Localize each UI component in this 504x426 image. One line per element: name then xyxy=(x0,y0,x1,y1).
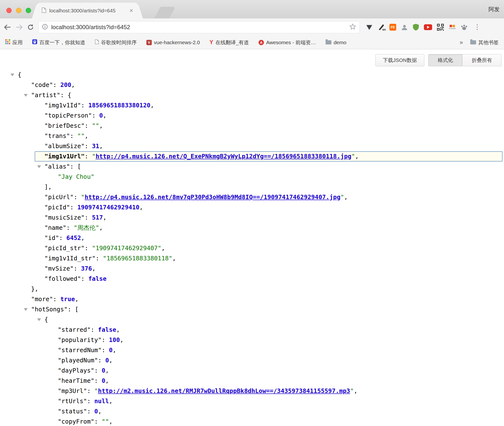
bookmark-demo-folder[interactable]: demo xyxy=(326,40,346,45)
json-token: 100 xyxy=(109,336,120,343)
json-line: "copyFrom": "", xyxy=(0,417,504,426)
json-url-link[interactable]: http://p4.music.126.net/Q_ExePNkmgB2yWyL… xyxy=(96,153,352,160)
json-token: : xyxy=(85,153,92,160)
json-viewer-toolbar: 下载JSON数据 格式化 折叠所有 xyxy=(0,49,504,66)
collapse-toggle-icon[interactable] xyxy=(37,165,41,168)
json-token: "alias" xyxy=(44,163,70,170)
json-token: "rtUrls" xyxy=(58,398,87,405)
json-token: "id" xyxy=(44,234,59,241)
json-token: , xyxy=(355,153,359,160)
json-token: : xyxy=(102,347,109,354)
json-line: "followed": false xyxy=(0,274,504,284)
json-token: , xyxy=(116,326,120,333)
bookmark-google-sort[interactable]: 谷歌按时间排序 xyxy=(95,39,137,46)
json-token: , xyxy=(120,336,124,343)
json-token: , xyxy=(172,255,176,262)
json-token: ], xyxy=(44,183,52,190)
translate-pen-extension-icon[interactable]: en xyxy=(378,24,385,31)
json-token: "starred" xyxy=(58,326,91,333)
window-zoom-button[interactable] xyxy=(26,8,31,13)
player-extension-icon[interactable]: PLAYER xyxy=(449,25,456,29)
json-token: : xyxy=(85,245,92,252)
json-line: "mvSize": 376, xyxy=(0,264,504,274)
forward-button[interactable] xyxy=(16,24,23,30)
window-close-button[interactable] xyxy=(6,8,12,13)
reload-button[interactable] xyxy=(27,24,34,31)
shield-extension-icon[interactable] xyxy=(413,24,419,31)
folder-icon xyxy=(326,40,331,44)
json-token: 0 xyxy=(94,408,98,415)
tab-title: localhost:3000/artists?id=645 xyxy=(49,8,116,14)
new-tab-button[interactable] xyxy=(154,7,176,18)
bookmark-youdao-translate[interactable]: Y 在线翻译_有道 xyxy=(210,39,249,46)
collapse-toggle-icon[interactable] xyxy=(24,308,28,311)
format-button[interactable]: 格式化 xyxy=(428,54,462,66)
json-line: "hotSongs": [ xyxy=(0,304,504,315)
address-toolbar: en FE PLAYER ⋮ xyxy=(0,18,504,36)
qr-code-extension-icon[interactable] xyxy=(437,24,444,31)
other-bookmarks-folder[interactable]: 其他书签 xyxy=(470,39,499,46)
json-token: 0 xyxy=(102,367,105,374)
json-token: : xyxy=(94,377,102,384)
json-line: "img1v1Id": 18569651883380120, xyxy=(0,100,504,111)
json-token: , xyxy=(75,296,79,303)
dark-triangle-extension-icon[interactable] xyxy=(366,24,373,31)
collapse-all-button[interactable]: 折叠所有 xyxy=(462,54,502,66)
tab-close-button[interactable]: × xyxy=(129,8,133,14)
download-json-button[interactable]: 下载JSON数据 xyxy=(375,54,424,66)
json-token: , xyxy=(81,234,85,241)
json-line: }, xyxy=(0,284,504,294)
json-line: "playedNum": 0, xyxy=(0,355,504,366)
json-token: : xyxy=(59,234,66,241)
bookmark-baidu[interactable]: 百度一下，你就知道 xyxy=(32,39,85,46)
json-line: { xyxy=(0,70,504,80)
bookmark-vue-hackernews[interactable]: V vue-hackernews-2.0 xyxy=(146,40,200,45)
json-token: , xyxy=(139,204,143,211)
json-url-link[interactable]: http://m2.music.126.net/RMJR7wDullRqppBk… xyxy=(98,387,350,394)
paw-extension-icon[interactable] xyxy=(461,24,468,30)
json-token: "picId_str" xyxy=(44,245,85,252)
json-token: : xyxy=(85,214,92,221)
json-token: "copyFrom" xyxy=(58,418,94,425)
collapse-toggle-icon[interactable] xyxy=(37,318,41,321)
page-icon xyxy=(95,39,99,45)
json-line: "rtUrls": null, xyxy=(0,396,504,406)
collapse-toggle-icon[interactable] xyxy=(10,74,14,76)
profile-name[interactable]: 阿发 xyxy=(488,0,500,18)
bookmark-apps[interactable]: 应用 xyxy=(5,39,23,46)
page-info-icon[interactable] xyxy=(42,24,48,31)
json-token: 0 xyxy=(109,347,113,354)
json-token: , xyxy=(161,245,165,252)
browser-tab[interactable]: localhost:3000/artists?id=645 × xyxy=(37,3,137,18)
format-collapse-segment: 格式化 折叠所有 xyxy=(428,54,502,66)
awesomes-icon: A xyxy=(259,40,264,45)
json-token: true xyxy=(60,296,75,303)
collapse-toggle-icon[interactable] xyxy=(24,94,28,97)
json-token: " xyxy=(81,194,85,201)
json-token: "artist" xyxy=(31,92,60,99)
json-url-link[interactable]: http://p4.music.126.net/8mv7qP30Pd3oHW8b… xyxy=(85,194,341,201)
json-token: 517 xyxy=(92,214,103,221)
json-token: : xyxy=(81,275,88,282)
json-token: : xyxy=(102,336,109,343)
json-token: : xyxy=(66,224,74,231)
person-extension-icon[interactable] xyxy=(401,24,408,31)
bookmarks-overflow-chevron[interactable]: » xyxy=(460,39,463,46)
fehelper-extension-icon[interactable]: FE xyxy=(389,24,396,31)
youtube-extension-icon[interactable] xyxy=(424,24,432,30)
json-token: false xyxy=(98,326,116,333)
json-line: "topicPerson": 0, xyxy=(0,111,504,121)
json-token: , xyxy=(71,81,75,88)
window-minimize-button[interactable] xyxy=(16,8,21,13)
json-line: ], xyxy=(0,182,504,192)
json-token: , xyxy=(109,398,113,405)
json-tree: {"code": 200,"artist": {"img1v1Id": 1856… xyxy=(0,66,504,426)
address-bar-input[interactable] xyxy=(51,24,349,31)
address-bar[interactable] xyxy=(38,21,360,33)
bookmark-awesomes[interactable]: A Awesomes - 前端资… xyxy=(259,39,316,46)
back-button[interactable] xyxy=(4,24,11,30)
bookmark-star-icon[interactable] xyxy=(349,23,356,31)
browser-menu-icon[interactable]: ⋮ xyxy=(472,24,482,30)
json-token: "albumSize" xyxy=(44,143,85,150)
json-token: : [ xyxy=(68,306,79,313)
